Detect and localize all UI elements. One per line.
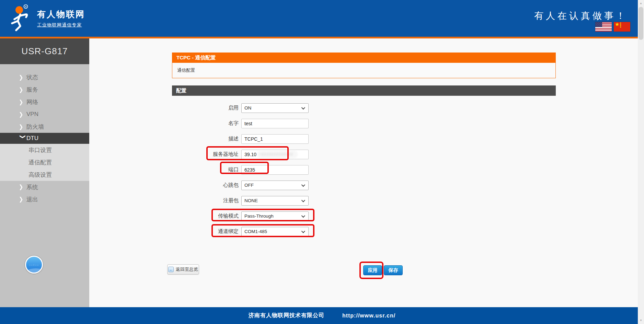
form-row-server-address: 服务器地址	[172, 147, 556, 162]
main-panel: TCPC - 通信配置 通信配置 配置	[172, 53, 556, 96]
sidebar-item-firewall[interactable]: ❯ 防火墙	[0, 120, 89, 133]
form-row-register-packet: 注册包 NONE	[172, 193, 556, 208]
brand-subtitle: 工业物联网通信专家	[37, 22, 85, 28]
footer-url[interactable]: http://www.usr.cn/	[342, 313, 395, 319]
form-row-port: 端口	[172, 162, 556, 177]
scroll-up-icon[interactable]: ▲	[638, 1, 644, 6]
form-row-name: 名字	[172, 116, 556, 131]
scrollbar-thumb[interactable]	[639, 7, 643, 40]
chevron-right-icon: ❯	[19, 86, 26, 93]
back-button-label: 返回至总览	[176, 266, 198, 273]
footer-company: 济南有人物联网技术有限公司	[249, 312, 324, 319]
chevron-right-icon: ❯	[19, 123, 26, 130]
apply-button[interactable]: 应用	[363, 265, 382, 275]
register-packet-select[interactable]: NONE	[241, 196, 309, 206]
sidebar-subitem-comm-config[interactable]: 通信配置	[0, 156, 89, 169]
sidebar-item-system[interactable]: ❯ 系统	[0, 181, 89, 193]
cn-flag-small-stars-icon: ★★★★	[620, 22, 622, 28]
scroll-down-icon[interactable]: ▼	[638, 318, 644, 323]
field-label: 通道绑定	[172, 228, 239, 235]
sidebar-item-label: 系统	[26, 183, 38, 191]
chevron-right-icon: ❯	[19, 99, 26, 105]
select-value: COM1-485	[242, 229, 301, 234]
name-input[interactable]	[241, 119, 309, 128]
chevron-right-icon: ❯	[19, 111, 26, 118]
chevron-down-icon	[301, 105, 305, 109]
sidebar-subitem-label: 串口设置	[28, 146, 52, 154]
chevron-down-icon: ❯	[19, 135, 26, 142]
sidebar-item-status[interactable]: ❯ 状态	[0, 71, 89, 83]
badge-dashes: --:--	[29, 263, 39, 266]
save-button[interactable]: 保存	[384, 265, 403, 275]
sidebar-item-label: VPN	[26, 111, 38, 118]
usr-person-logo-icon: R	[9, 4, 33, 32]
cn-flag-star-icon: ★	[615, 22, 619, 27]
form-row-description: 描述	[172, 131, 556, 147]
sidebar-item-label: 状态	[26, 73, 38, 81]
chinese-language-flag-icon[interactable]: ★ ★★★★	[614, 22, 630, 32]
field-label: 名字	[172, 120, 239, 127]
form-row-heartbeat: 心跳包 OFF	[172, 177, 556, 193]
field-label: 启用	[172, 105, 239, 111]
port-input[interactable]	[241, 165, 309, 175]
select-value: OFF	[242, 183, 301, 188]
brand-title: 有人物联网	[37, 9, 85, 19]
server-address-input[interactable]	[241, 150, 309, 159]
registered-mark-icon: R	[25, 5, 27, 8]
transfer-mode-select[interactable]: Pass-Through	[241, 211, 309, 221]
vertical-scrollbar[interactable]: ▲ ▼	[638, 0, 644, 324]
brand-logo: R 有人物联网 工业物联网通信专家	[9, 4, 85, 32]
page: R 有人物联网 工业物联网通信专家 有人在认真做事！ ★ ★★★★	[0, 0, 644, 324]
chevron-down-icon	[301, 183, 305, 186]
back-arrow-icon: ←	[168, 267, 174, 272]
sidebar-subitem-advanced-settings[interactable]: 高级设置	[0, 169, 89, 181]
chevron-down-icon	[301, 229, 305, 233]
sidebar-item-logout[interactable]: ❯ 退出	[0, 193, 89, 206]
footer: 济南有人物联网技术有限公司 http://www.usr.cn/	[0, 307, 644, 324]
sidebar-item-vpn[interactable]: ❯ VPN	[0, 108, 89, 120]
select-value: Pass-Through	[242, 213, 301, 219]
sidebar-item-label: DTU	[26, 135, 38, 142]
sidebar-item-label: 防火墙	[26, 123, 44, 131]
section-title: 配置	[172, 85, 556, 96]
description-input[interactable]	[241, 134, 309, 144]
brand-text: 有人物联网 工业物联网通信专家	[37, 9, 85, 32]
sidebar-item-network[interactable]: ❯ 网络	[0, 96, 89, 108]
form-row-channel-bind: 通道绑定 COM1-485	[172, 224, 556, 239]
sidebar-item-service[interactable]: ❯ 服务	[0, 83, 89, 96]
sidebar-item-label: 退出	[26, 196, 38, 204]
chevron-down-icon	[301, 213, 305, 217]
english-language-flag-icon[interactable]	[595, 22, 612, 32]
sidebar-subitem-label: 高级设置	[28, 171, 52, 179]
back-to-overview-button[interactable]: ← 返回至总览	[167, 264, 199, 275]
field-label: 心跳包	[172, 182, 239, 188]
sidebar-menu: ❯ 状态 ❯ 服务 ❯ 网络 ❯ VPN ❯ 防火墙 ❯ DTU	[0, 64, 89, 206]
chevron-right-icon: ❯	[19, 196, 26, 203]
config-form: 启用 ON 名字 描述 服务器地址 端口 心跳包	[172, 100, 556, 239]
sidebar-item-label: 网络	[26, 98, 38, 106]
chevron-right-icon: ❯	[19, 74, 26, 81]
device-model-title: USR-G817	[0, 38, 89, 64]
form-row-transfer-mode: 传输模式 Pass-Through	[172, 208, 556, 224]
channel-bind-select[interactable]: COM1-485	[241, 227, 309, 236]
usr-cloud-badge-icon[interactable]: --:--	[25, 256, 43, 274]
select-value: NONE	[242, 198, 301, 203]
top-header: R 有人物联网 工业物联网通信专家 有人在认真做事！ ★ ★★★★	[0, 0, 644, 37]
field-label: 传输模式	[172, 213, 239, 219]
panel-subtitle: 通信配置	[172, 63, 556, 78]
chevron-right-icon: ❯	[19, 184, 26, 190]
chevron-down-icon	[301, 198, 305, 202]
sidebar-item-dtu[interactable]: ❯ DTU	[0, 133, 89, 144]
heartbeat-select[interactable]: OFF	[241, 181, 309, 190]
enable-select[interactable]: ON	[241, 103, 309, 113]
dtu-submenu: 串口设置 通信配置 高级设置	[0, 144, 89, 181]
select-value: ON	[242, 105, 301, 111]
sidebar-subitem-serial-settings[interactable]: 串口设置	[0, 144, 89, 156]
sidebar-item-label: 服务	[26, 86, 38, 94]
header-accent-strip	[0, 37, 644, 38]
field-label: 描述	[172, 136, 239, 142]
field-label: 注册包	[172, 197, 239, 204]
panel-title: TCPC - 通信配置	[172, 53, 556, 63]
header-slogan: 有人在认真做事！	[534, 10, 628, 22]
sidebar: USR-G817 ❯ 状态 ❯ 服务 ❯ 网络 ❯ VPN ❯ 防火墙	[0, 38, 89, 307]
